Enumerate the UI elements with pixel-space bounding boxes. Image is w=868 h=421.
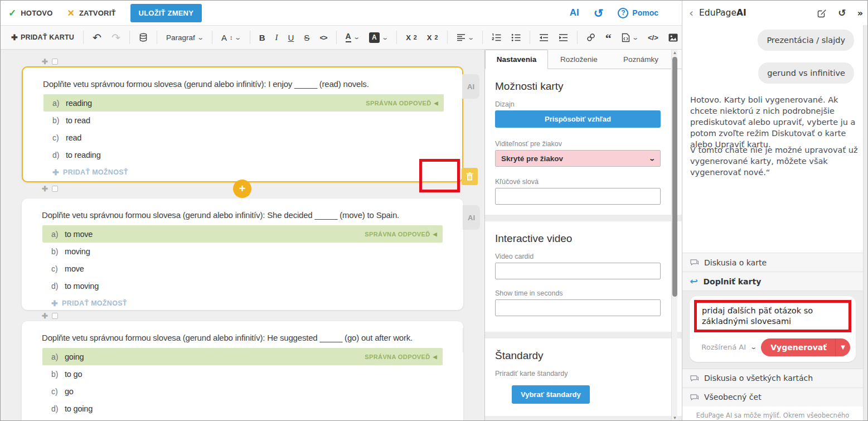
question-card-3[interactable]: AI Doplňte vetu správnou formou slovesa …: [22, 321, 463, 421]
add-card-label: PRIDAŤ KARTU: [21, 33, 74, 41]
row-add-cards[interactable]: ↩ Doplniť karty: [682, 272, 863, 291]
insert-card-marker[interactable]: ✚: [42, 312, 58, 320]
ai-reply-paragraph: Hotovo. Karty boli vygenerované. Ak chce…: [690, 94, 859, 150]
option-row[interactable]: d) to going: [42, 400, 443, 417]
add-option-button[interactable]: ✚ PRIDAŤ MOŽNOSŤ: [52, 168, 462, 186]
question-card-1[interactable]: AI Doplňte vetu správnou formou slovesa …: [22, 66, 463, 182]
row-discuss-card[interactable]: Diskusia o karte: [682, 253, 863, 272]
history-icon[interactable]: ↺: [594, 7, 604, 19]
option-row[interactable]: b) to read: [43, 112, 444, 129]
ordered-list-button[interactable]: [488, 31, 505, 45]
option-row[interactable]: c) go: [42, 383, 443, 400]
close-button[interactable]: ✕ ZATVORIŤ: [67, 8, 116, 18]
redo-button[interactable]: ↷: [108, 30, 124, 46]
user-message-bubble: Prezentácia / slajdy: [758, 30, 854, 51]
tab-rozlozenie[interactable]: Rozloženie: [548, 50, 610, 69]
question-card-2[interactable]: AI Doplňte vetu správnou formou slovesa …: [22, 199, 463, 310]
undo-button[interactable]: ↶: [89, 30, 105, 46]
bullet-list-button[interactable]: [507, 31, 525, 45]
generate-button[interactable]: Vygenerovať ▼: [761, 338, 850, 356]
option-letter: a): [43, 99, 66, 108]
insert-card-marker[interactable]: ✚: [42, 57, 58, 66]
option-row[interactable]: b) moving: [42, 243, 443, 260]
underline-button[interactable]: U: [284, 30, 298, 45]
option-text: to reading: [66, 151, 101, 159]
close-label: ZATVORIŤ: [79, 9, 116, 17]
option-letter: a): [42, 230, 65, 239]
ai-prompt-input[interactable]: pridaj ďalších päť otázok so základnými …: [694, 300, 851, 332]
paragraph-select[interactable]: Paragraf ⌄: [162, 31, 207, 45]
stack-icon[interactable]: [135, 30, 152, 45]
bold-button[interactable]: B: [255, 30, 269, 45]
italic-button[interactable]: I: [271, 30, 282, 45]
option-row[interactable]: c) read: [43, 129, 444, 146]
video-time-input[interactable]: [495, 299, 661, 316]
question-text[interactable]: Doplňte vetu správnou formou slovesa (ge…: [22, 199, 463, 225]
option-row-correct[interactable]: a) going SPRÁVNA ODPOVEĎ◀: [42, 348, 443, 365]
question-text[interactable]: Doplňte vetu správnou formou slovesa (ge…: [23, 67, 462, 94]
option-text: read: [66, 133, 81, 142]
option-row[interactable]: d) to moving: [42, 277, 443, 294]
scroll-up-arrow[interactable]: ▲: [672, 50, 678, 56]
row-general-chat[interactable]: Všeobecný čet: [682, 388, 863, 407]
chevron-down-icon[interactable]: ⌄: [750, 343, 757, 351]
scroll-down-arrow[interactable]: ▼: [672, 415, 678, 421]
insert-card-between-button[interactable]: +: [233, 180, 251, 198]
template-button[interactable]: ⌄: [618, 30, 642, 45]
insert-card-marker[interactable]: ✚: [42, 185, 58, 193]
source-code-button[interactable]: </>: [644, 31, 662, 45]
option-row-correct[interactable]: a) reading SPRÁVNA ODPOVEĎ◀: [43, 94, 444, 112]
font-size-button[interactable]: A↕ ⌄: [217, 30, 245, 45]
superscript-button[interactable]: X2: [402, 31, 421, 45]
generate-dropdown-arrow[interactable]: ▼: [835, 338, 850, 356]
settings-scrollbar[interactable]: ▲ ▼: [671, 50, 677, 421]
ai-card-badge[interactable]: AI: [463, 205, 480, 230]
customize-design-button[interactable]: Prispôsobiť vzhľad: [495, 110, 661, 128]
delete-card-button[interactable]: [462, 168, 478, 185]
visibility-value: Skryté pre žiakov: [501, 154, 563, 163]
done-button[interactable]: ✓ HOTOVO: [8, 7, 53, 19]
editor-region: ✓ HOTOVO ✕ ZATVORIŤ ULOŽIŤ ZMENY AI ↺ ? …: [1, 1, 682, 421]
outdent-button[interactable]: [535, 31, 552, 45]
keywords-input[interactable]: [495, 188, 661, 205]
tab-nastavenia[interactable]: Nastavenia: [485, 50, 548, 69]
option-row[interactable]: d) to reading: [43, 146, 444, 163]
row-discuss-all-cards[interactable]: Diskusia o všetkých kartách: [682, 369, 863, 388]
edupage-card-editor: ✓ HOTOVO ✕ ZATVORIŤ ULOŽIŤ ZMENY AI ↺ ? …: [0, 0, 868, 421]
strikethrough-button[interactable]: S: [300, 30, 313, 45]
video-id-input[interactable]: [495, 263, 661, 279]
ai-panel-scroll-track[interactable]: [863, 25, 868, 421]
back-chevron-icon[interactable]: ‹: [689, 7, 694, 18]
add-card-button[interactable]: ✚ PRIDAŤ KARTU: [7, 30, 78, 45]
section-title: Možnosti karty: [495, 80, 661, 93]
add-option-button[interactable]: ✚ PRIDAŤ MOŽNOSŤ: [51, 299, 463, 317]
new-chat-icon[interactable]: [817, 8, 827, 18]
blockquote-button[interactable]: “: [602, 31, 615, 44]
help-button[interactable]: ? Pomoc: [618, 8, 658, 18]
image-button[interactable]: [665, 31, 682, 45]
option-row[interactable]: c) move: [42, 260, 443, 277]
align-button[interactable]: ⌄: [453, 31, 477, 44]
visibility-select[interactable]: Skryté pre žiakov ⌄: [495, 150, 661, 167]
correct-answer-label: SPRÁVNA ODPOVEĎ◀: [365, 354, 437, 360]
option-row-correct[interactable]: a) to move SPRÁVNA ODPOVEĎ◀: [42, 225, 443, 243]
save-changes-button[interactable]: ULOŽIŤ ZMENY: [130, 4, 202, 22]
link-button[interactable]: [583, 30, 599, 45]
ai-card-badge[interactable]: AI: [463, 328, 463, 352]
chat-history-icon[interactable]: ↺: [838, 8, 846, 18]
tab-poznamky[interactable]: Poznámky: [610, 50, 672, 69]
question-text[interactable]: Doplňte vetu správnou formou slovesa (ge…: [22, 321, 463, 348]
scrollbar-thumb[interactable]: [672, 57, 677, 297]
option-row[interactable]: b) to go: [42, 365, 443, 383]
model-select-label[interactable]: Rozšírená AI: [701, 343, 746, 351]
ai-card-badge[interactable]: AI: [462, 74, 479, 99]
indent-button[interactable]: [555, 31, 572, 45]
highlight-color-button[interactable]: A ⌄: [365, 30, 391, 46]
select-standards-button[interactable]: Vybrať štandardy: [512, 385, 590, 404]
subscript-button[interactable]: X2: [423, 31, 442, 45]
plus-icon: ✚: [42, 57, 48, 66]
collapse-panel-icon[interactable]: »: [857, 8, 863, 18]
ai-button[interactable]: AI: [570, 7, 579, 18]
inline-code-button[interactable]: <>: [316, 31, 331, 45]
text-color-button[interactable]: A ⌄: [342, 30, 363, 45]
